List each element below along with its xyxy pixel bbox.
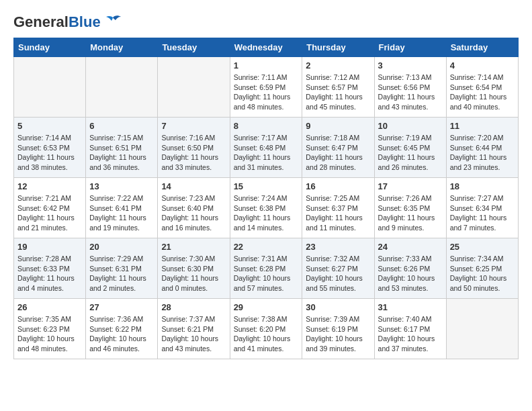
calendar-cell: 10Sunrise: 7:19 AMSunset: 6:45 PMDayligh…: [374, 118, 446, 178]
day-info: Sunrise: 7:37 AMSunset: 6:21 PMDaylight:…: [161, 314, 226, 354]
calendar-cell: [446, 299, 518, 359]
calendar-cell: 13Sunrise: 7:22 AMSunset: 6:41 PMDayligh…: [86, 178, 158, 238]
calendar-cell: 7Sunrise: 7:16 AMSunset: 6:50 PMDaylight…: [158, 118, 230, 178]
day-number: 24: [378, 242, 443, 252]
day-number: 21: [161, 242, 226, 252]
day-info: Sunrise: 7:13 AMSunset: 6:56 PMDaylight:…: [378, 73, 443, 112]
day-info: Sunrise: 7:26 AMSunset: 6:35 PMDaylight:…: [378, 193, 443, 233]
day-info: Sunrise: 7:27 AMSunset: 6:34 PMDaylight:…: [450, 193, 515, 233]
day-info: Sunrise: 7:38 AMSunset: 6:20 PMDaylight:…: [234, 314, 299, 354]
day-number: 31: [378, 302, 443, 312]
day-number: 2: [306, 60, 370, 71]
day-number: 22: [234, 242, 299, 252]
calendar-cell: 28Sunrise: 7:37 AMSunset: 6:21 PMDayligh…: [158, 299, 230, 359]
week-row-5: 26Sunrise: 7:35 AMSunset: 6:23 PMDayligh…: [14, 299, 519, 359]
day-info: Sunrise: 7:19 AMSunset: 6:45 PMDaylight:…: [378, 133, 443, 173]
day-number: 8: [234, 121, 299, 131]
day-number: 1: [234, 60, 299, 71]
day-info: Sunrise: 7:21 AMSunset: 6:42 PMDaylight:…: [17, 193, 82, 233]
day-info: Sunrise: 7:33 AMSunset: 6:26 PMDaylight:…: [378, 254, 443, 293]
weekday-header-monday: Monday: [86, 38, 158, 57]
day-number: 10: [378, 121, 443, 131]
calendar-cell: 24Sunrise: 7:33 AMSunset: 6:26 PMDayligh…: [374, 238, 446, 299]
day-number: 9: [306, 121, 370, 131]
day-info: Sunrise: 7:23 AMSunset: 6:40 PMDaylight:…: [161, 193, 226, 233]
logo-text: GeneralBlue: [13, 13, 101, 31]
day-number: 3: [378, 60, 443, 71]
day-number: 18: [450, 181, 515, 191]
calendar-cell: 27Sunrise: 7:36 AMSunset: 6:22 PMDayligh…: [86, 299, 158, 359]
calendar-cell: 14Sunrise: 7:23 AMSunset: 6:40 PMDayligh…: [158, 178, 230, 238]
calendar-cell: 2Sunrise: 7:12 AMSunset: 6:57 PMDaylight…: [302, 57, 374, 118]
day-info: Sunrise: 7:16 AMSunset: 6:50 PMDaylight:…: [161, 133, 226, 173]
calendar-cell: 4Sunrise: 7:14 AMSunset: 6:54 PMDaylight…: [446, 57, 518, 118]
day-info: Sunrise: 7:14 AMSunset: 6:54 PMDaylight:…: [450, 73, 515, 112]
day-info: Sunrise: 7:14 AMSunset: 6:53 PMDaylight:…: [17, 133, 82, 173]
day-info: Sunrise: 7:34 AMSunset: 6:25 PMDaylight:…: [450, 254, 515, 293]
calendar-cell: 22Sunrise: 7:31 AMSunset: 6:28 PMDayligh…: [230, 238, 302, 299]
calendar-cell: 30Sunrise: 7:39 AMSunset: 6:19 PMDayligh…: [302, 299, 374, 359]
calendar-cell: 5Sunrise: 7:14 AMSunset: 6:53 PMDaylight…: [14, 118, 86, 178]
day-info: Sunrise: 7:29 AMSunset: 6:31 PMDaylight:…: [89, 254, 154, 293]
calendar-table: SundayMondayTuesdayWednesdayThursdayFrid…: [13, 38, 519, 359]
day-number: 25: [450, 242, 515, 252]
day-info: Sunrise: 7:31 AMSunset: 6:28 PMDaylight:…: [234, 254, 299, 293]
day-info: Sunrise: 7:36 AMSunset: 6:22 PMDaylight:…: [89, 314, 154, 354]
weekday-header-row: SundayMondayTuesdayWednesdayThursdayFrid…: [14, 38, 519, 57]
week-row-4: 19Sunrise: 7:28 AMSunset: 6:33 PMDayligh…: [14, 238, 519, 299]
calendar-cell: 8Sunrise: 7:17 AMSunset: 6:48 PMDaylight…: [230, 118, 302, 178]
day-info: Sunrise: 7:12 AMSunset: 6:57 PMDaylight:…: [306, 73, 370, 112]
day-info: Sunrise: 7:22 AMSunset: 6:41 PMDaylight:…: [89, 193, 154, 233]
day-number: 30: [306, 302, 370, 312]
day-number: 17: [378, 181, 443, 191]
day-number: 13: [89, 181, 154, 191]
calendar-cell: 29Sunrise: 7:38 AMSunset: 6:20 PMDayligh…: [230, 299, 302, 359]
weekday-header-saturday: Saturday: [446, 38, 518, 57]
week-row-2: 5Sunrise: 7:14 AMSunset: 6:53 PMDaylight…: [14, 118, 519, 178]
day-number: 27: [89, 302, 154, 312]
weekday-header-thursday: Thursday: [302, 38, 374, 57]
calendar-cell: 25Sunrise: 7:34 AMSunset: 6:25 PMDayligh…: [446, 238, 518, 299]
day-number: 16: [306, 181, 370, 191]
day-number: 20: [89, 242, 154, 252]
calendar-cell: 31Sunrise: 7:40 AMSunset: 6:17 PMDayligh…: [374, 299, 446, 359]
day-info: Sunrise: 7:17 AMSunset: 6:48 PMDaylight:…: [234, 133, 299, 173]
logo: GeneralBlue: [13, 13, 122, 31]
calendar-cell: 9Sunrise: 7:18 AMSunset: 6:47 PMDaylight…: [302, 118, 374, 178]
day-number: 11: [450, 121, 515, 131]
calendar-cell: 26Sunrise: 7:35 AMSunset: 6:23 PMDayligh…: [14, 299, 86, 359]
week-row-3: 12Sunrise: 7:21 AMSunset: 6:42 PMDayligh…: [14, 178, 519, 238]
day-number: 26: [17, 302, 82, 312]
day-number: 29: [234, 302, 299, 312]
day-number: 14: [161, 181, 226, 191]
calendar-cell: 3Sunrise: 7:13 AMSunset: 6:56 PMDaylight…: [374, 57, 446, 118]
day-number: 12: [17, 181, 82, 191]
calendar-cell: 1Sunrise: 7:11 AMSunset: 6:59 PMDaylight…: [230, 57, 302, 118]
day-info: Sunrise: 7:32 AMSunset: 6:27 PMDaylight:…: [306, 254, 370, 293]
calendar-cell: 11Sunrise: 7:20 AMSunset: 6:44 PMDayligh…: [446, 118, 518, 178]
calendar-cell: 23Sunrise: 7:32 AMSunset: 6:27 PMDayligh…: [302, 238, 374, 299]
day-number: 4: [450, 60, 515, 71]
calendar-cell: 12Sunrise: 7:21 AMSunset: 6:42 PMDayligh…: [14, 178, 86, 238]
day-number: 15: [234, 181, 299, 191]
weekday-header-tuesday: Tuesday: [158, 38, 230, 57]
calendar-cell: 6Sunrise: 7:15 AMSunset: 6:51 PMDaylight…: [86, 118, 158, 178]
day-number: 19: [17, 242, 82, 252]
weekday-header-friday: Friday: [374, 38, 446, 57]
day-number: 5: [17, 121, 82, 131]
day-info: Sunrise: 7:24 AMSunset: 6:38 PMDaylight:…: [234, 193, 299, 233]
weekday-header-wednesday: Wednesday: [230, 38, 302, 57]
day-info: Sunrise: 7:18 AMSunset: 6:47 PMDaylight:…: [306, 133, 370, 173]
day-info: Sunrise: 7:20 AMSunset: 6:44 PMDaylight:…: [450, 133, 515, 173]
day-info: Sunrise: 7:30 AMSunset: 6:30 PMDaylight:…: [161, 254, 226, 293]
day-info: Sunrise: 7:28 AMSunset: 6:33 PMDaylight:…: [17, 254, 82, 293]
day-info: Sunrise: 7:15 AMSunset: 6:51 PMDaylight:…: [89, 133, 154, 173]
day-number: 7: [161, 121, 226, 131]
day-number: 28: [161, 302, 226, 312]
calendar-cell: 16Sunrise: 7:25 AMSunset: 6:37 PMDayligh…: [302, 178, 374, 238]
calendar-cell: 19Sunrise: 7:28 AMSunset: 6:33 PMDayligh…: [14, 238, 86, 299]
calendar-cell: 18Sunrise: 7:27 AMSunset: 6:34 PMDayligh…: [446, 178, 518, 238]
day-info: Sunrise: 7:40 AMSunset: 6:17 PMDaylight:…: [378, 314, 443, 354]
day-number: 6: [89, 121, 154, 131]
weekday-header-sunday: Sunday: [14, 38, 86, 57]
